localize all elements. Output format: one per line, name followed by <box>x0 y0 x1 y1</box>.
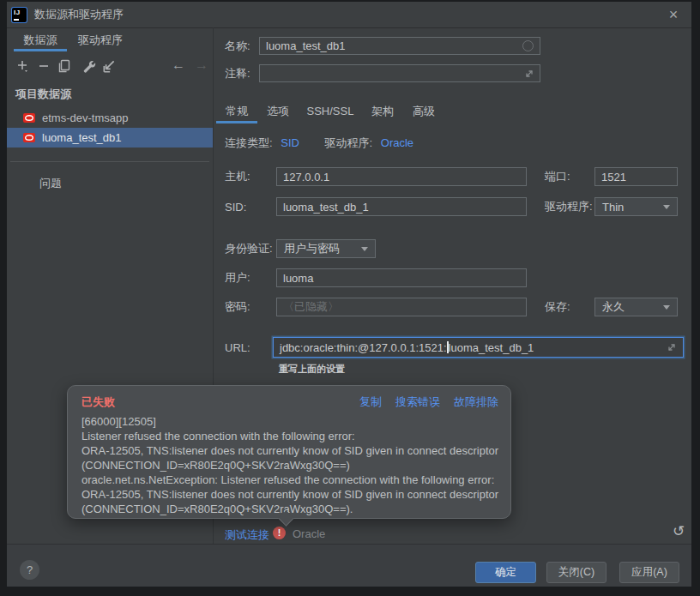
help-button[interactable]: ? <box>20 560 39 580</box>
data-sources-dialog: IJ 数据源和驱动程序 × 数据源 驱动程序 ← → 项目数据源 <box>7 2 691 587</box>
list-item-label: luoma_test_db1 <box>42 131 122 144</box>
search-error-link[interactable]: 搜索错误 <box>395 394 440 410</box>
tab-data-sources[interactable]: 数据源 <box>14 28 67 51</box>
jdbc-driver-label: 驱动程序: <box>545 197 593 216</box>
list-item-label: etms-dev-tmsapp <box>42 111 128 124</box>
duplicate-icon[interactable] <box>57 58 72 74</box>
name-input[interactable]: luoma_test_db1 <box>259 37 540 55</box>
tab-options[interactable]: 选项 <box>257 101 299 123</box>
sid-input[interactable]: luoma_test_db_1 <box>276 197 527 216</box>
copy-link[interactable]: 复制 <box>359 394 382 410</box>
port-input[interactable]: 1521 <box>594 167 678 186</box>
expand-icon[interactable] <box>523 68 535 80</box>
url-input[interactable]: jdbc:oracle:thin:@127.0.0.1:1521:luoma_t… <box>273 337 684 358</box>
ring-icon <box>522 40 534 51</box>
apply-button[interactable]: 应用(A) <box>619 562 679 583</box>
port-value: 1521 <box>601 171 626 184</box>
ok-button[interactable]: 确定 <box>475 562 536 583</box>
driver-link[interactable]: Oracle <box>381 136 413 149</box>
auth-value: 用户与密码 <box>284 241 340 256</box>
comment-label: 注释: <box>225 64 250 83</box>
import-icon[interactable] <box>101 58 117 74</box>
jdbc-driver-value: Thin <box>602 201 624 214</box>
close-button[interactable]: 关闭(C) <box>546 562 606 583</box>
intellij-logo-icon: IJ <box>12 8 27 22</box>
status-failed: 已失败 <box>81 394 115 410</box>
password-placeholder: 〈已隐藏〉 <box>283 299 339 315</box>
expand-icon[interactable] <box>666 341 678 353</box>
window-title: 数据源和驱动程序 <box>34 2 124 27</box>
sid-label: SID: <box>225 197 246 216</box>
remove-icon[interactable] <box>36 58 51 74</box>
name-label: 名称: <box>225 37 250 56</box>
connection-type-link[interactable]: SID <box>281 136 299 149</box>
troubleshoot-link[interactable]: 故障排除 <box>454 394 498 410</box>
tab-ssh-ssl[interactable]: SSH/SSL <box>299 101 362 123</box>
forward-icon[interactable]: → <box>193 57 210 74</box>
oracle-icon <box>22 131 36 144</box>
sid-value: luoma_test_db_1 <box>283 201 369 214</box>
name-value: luoma_test_db1 <box>266 39 346 52</box>
error-message: [66000][12505] Listener refused the conn… <box>81 414 498 516</box>
screen: IJ 数据源和驱动程序 × 数据源 驱动程序 ← → 项目数据源 <box>0 0 700 596</box>
auth-select[interactable]: 用户与密码 <box>276 239 376 258</box>
tab-schemas[interactable]: 架构 <box>362 101 403 123</box>
save-label: 保存: <box>545 298 570 316</box>
undo-icon[interactable]: ↺ <box>670 523 687 540</box>
sidebar-divider <box>10 161 209 162</box>
url-value-before-caret: jdbc:oracle:thin:@127.0.0.1:1521: <box>280 341 447 354</box>
comment-input[interactable] <box>259 64 540 82</box>
host-input[interactable]: 127.0.0.1 <box>276 167 527 186</box>
list-item-etms-dev-tmsapp[interactable]: etms-dev-tmsapp <box>7 108 213 128</box>
jdbc-driver-select[interactable]: Thin <box>594 197 678 216</box>
save-value: 永久 <box>602 299 625 315</box>
close-icon[interactable]: × <box>664 5 683 24</box>
wrench-icon[interactable] <box>81 58 96 74</box>
port-label: 端口: <box>545 167 570 186</box>
driver-status-label: Oracle <box>293 527 325 540</box>
error-badge-icon: ! <box>273 527 286 539</box>
tab-general[interactable]: 常规 <box>216 101 257 123</box>
url-label: URL: <box>225 338 250 357</box>
host-label: 主机: <box>225 167 250 186</box>
password-input[interactable]: 〈已隐藏〉 <box>276 298 527 316</box>
sidebar-item-problems[interactable]: 问题 <box>39 176 62 191</box>
settings-tabs: 常规 选项 SSH/SSL 架构 高级 <box>216 101 444 123</box>
connection-error-popup: 已失败 复制 搜索错误 故障排除 [66000][12505] Listener… <box>67 385 511 519</box>
title-bar: IJ 数据源和驱动程序 × <box>7 2 691 28</box>
test-connection-link[interactable]: 测试连接 <box>225 527 269 543</box>
connection-type-label: 连接类型: <box>225 136 273 149</box>
chevron-down-icon <box>663 205 670 209</box>
add-icon[interactable] <box>15 58 31 74</box>
password-label: 密码: <box>225 298 250 316</box>
tab-advanced[interactable]: 高级 <box>403 101 444 123</box>
chevron-down-icon <box>663 305 670 310</box>
url-value-after-caret: luoma_test_db_1 <box>449 341 534 354</box>
tab-drivers[interactable]: 驱动程序 <box>74 28 127 51</box>
auth-label: 身份验证: <box>225 239 273 258</box>
back-icon[interactable]: ← <box>170 57 187 74</box>
footer-bar: ? 确定 关闭(C) 应用(A) <box>7 544 691 587</box>
save-select[interactable]: 永久 <box>594 298 678 316</box>
host-value: 127.0.0.1 <box>283 171 329 184</box>
oracle-icon <box>22 111 36 124</box>
connection-type-row: 连接类型: SID 驱动程序: Oracle <box>225 135 413 151</box>
user-input[interactable]: luoma <box>276 268 527 287</box>
project-data-sources-title: 项目数据源 <box>15 87 71 102</box>
url-override-note: 重写上面的设置 <box>279 363 345 376</box>
user-value: luoma <box>283 272 313 285</box>
user-label: 用户: <box>225 268 250 287</box>
driver-label: 驱动程序: <box>325 136 373 149</box>
list-item-luoma-test-db1[interactable]: luoma_test_db1 <box>7 128 213 147</box>
chevron-down-icon <box>361 247 368 251</box>
